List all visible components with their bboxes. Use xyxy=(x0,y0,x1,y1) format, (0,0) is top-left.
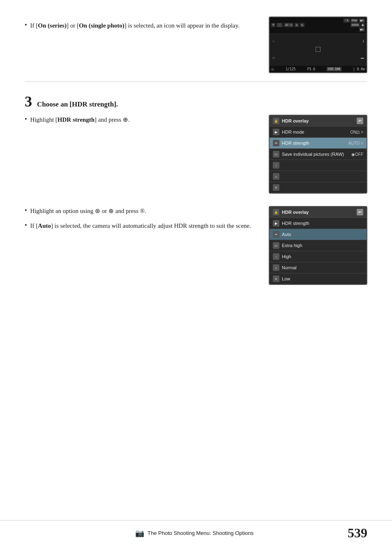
lcd-iso: ISO 100 xyxy=(327,67,341,71)
menu-option-extra-high: ▭ Extra high xyxy=(270,240,367,251)
lcd-bot-icon-left: ◎ xyxy=(271,67,274,71)
menu-panel2-header: 🔒 HDR overlay ↩ xyxy=(270,207,367,218)
menu-low-icon: ≡ xyxy=(273,275,279,282)
menu-strength-icon: ✏ xyxy=(273,140,279,146)
lcd-mid-left-icons: ☆ ▭ xyxy=(272,33,275,66)
lcd-top-right-icons: ⁿA RAW ■A NORW ◼ ■A xyxy=(344,19,365,32)
menu2-mode-icon: ▶ xyxy=(273,220,279,227)
menu-save-icon: ▭ xyxy=(273,151,279,157)
lcd-left-icon-2: ▭ xyxy=(272,56,275,60)
section-content-top: • Highlight [HDR strength] and press ⊕. … xyxy=(25,115,367,194)
bullet-dot-2: • xyxy=(25,207,27,214)
menu2-header-inner: 🔒 HDR overlay xyxy=(273,209,309,215)
step3-bullet2: • Highlight an option using ⊛ or ⊕ and p… xyxy=(25,206,256,216)
lcd-icon-1: ⬛ xyxy=(277,23,283,27)
bullet-dot: • xyxy=(25,22,27,28)
lcd-mid-right-icons: ℹ ▬ xyxy=(361,33,364,66)
bold-on-series: On (series) xyxy=(38,22,67,29)
hdr-strength-header-inner: ▶ HDR strength xyxy=(273,220,309,227)
menu-t3-inner: ≡ xyxy=(273,184,282,191)
footer-center: 📷 The Photo Shooting Menu: Shooting Opti… xyxy=(135,529,254,538)
menu-t2-inner: ⌂ xyxy=(273,173,282,180)
menu-t2-icon: ⌂ xyxy=(273,173,279,180)
page-number: 539 xyxy=(348,525,367,541)
lcd-top-left-icons: P ⬛ AF-S ◎ ⚙ xyxy=(271,23,304,27)
bullet-text: If [On (series)] or [On (single photo)] … xyxy=(30,21,240,30)
top-section: • If [On (series)] or [On (single photo)… xyxy=(25,16,367,82)
section-number: 3 xyxy=(25,94,32,109)
lcd-top-right-row3: ■A xyxy=(359,28,365,32)
menu-row-hdr-strength-inner: ✏ HDR strength xyxy=(273,140,309,146)
footer-camera-icon: 📷 xyxy=(135,529,144,538)
back-icon-2: ↩ xyxy=(357,209,363,215)
lcd-icon-2: AF-S xyxy=(284,23,293,27)
hdr-strength-sub-title: HDR strength xyxy=(282,221,309,226)
menu-row-t3: ≡ xyxy=(270,182,367,193)
menu-option-high: ↑ High xyxy=(270,251,367,262)
menu-panel1-title: HDR overlay xyxy=(282,118,309,123)
lcd-bottom-bar: ◎ 1/125 F5.6 ISO 100 | 0.0m xyxy=(270,66,367,72)
menu-panel1-header: 🔒 HDR overlay ↩ xyxy=(270,116,367,127)
hdr-mode-label: HDR mode xyxy=(282,130,304,134)
menu-option-auto: ✏ Auto xyxy=(270,229,367,240)
menu-t3-icon: ≡ xyxy=(273,184,279,191)
option-low-label: Low xyxy=(282,276,290,281)
menu-panel2-title: HDR overlay xyxy=(282,210,309,215)
step3-bullet2-text: Highlight an option using ⊛ or ⊕ and pre… xyxy=(30,206,146,216)
menu-header-inner: 🔒 HDR overlay xyxy=(273,118,309,124)
menu-high-icon: ↑ xyxy=(273,253,279,260)
lcd-shutter-speed: 1/125 xyxy=(286,67,295,71)
menu-row-hdr-strength-header: ▶ HDR strength xyxy=(270,218,367,229)
bold-on-single: On (single photo) xyxy=(79,22,125,29)
menu-t1-icon: ↑ xyxy=(273,162,279,169)
section-3-lower: • Highlight an option using ⊛ or ⊕ and p… xyxy=(25,206,367,285)
lcd-icon-3: ◎ xyxy=(295,23,299,27)
step3-bullet3: • If [Auto] is selected, the camera will… xyxy=(25,221,256,231)
top-section-text: • If [On (series)] or [On (single photo)… xyxy=(25,16,256,30)
option-normal-inner: ⌂ Normal xyxy=(273,264,296,271)
footer-text: The Photo Shooting Menu: Shooting Option… xyxy=(148,530,254,536)
menu-mode-icon: ▶ xyxy=(273,129,279,135)
camera-lcd-display: P ⬛ AF-S ◎ ⚙ ⁿA RAW ■A NORW ◼ xyxy=(269,16,367,73)
menu-row-save-inner: ▭ Save individual pictures (RAW) xyxy=(273,151,344,157)
hdr-mode-value: ON⊡ > xyxy=(350,130,363,134)
menu-option-low: ≡ Low xyxy=(270,273,367,284)
hdr-strength-value: AUTO > xyxy=(348,141,363,146)
lcd-icon-4: ⚙ xyxy=(300,23,304,27)
lcd-icon-ea: ■A xyxy=(359,28,365,32)
option-low-inner: ≡ Low xyxy=(273,275,290,282)
lcd-aperture: F5.6 xyxy=(307,67,315,71)
step3-bullet3-text: If [Auto] is selected, the camera will a… xyxy=(30,221,251,231)
section-text-top: • Highlight [HDR strength] and press ⊕. xyxy=(25,115,256,125)
menu-row-hdr-strength: ✏ HDR strength AUTO > xyxy=(270,138,367,149)
option-auto-label: Auto xyxy=(282,232,291,237)
menu2-camera-icon: 🔒 xyxy=(273,209,279,215)
menu-row-t1: ↑ xyxy=(270,160,367,171)
save-raw-label: Save individual pictures (RAW) xyxy=(282,152,344,157)
option-high-label: High xyxy=(282,254,291,259)
lcd-top-bar: P ⬛ AF-S ◎ ⚙ ⁿA RAW ■A NORW ◼ xyxy=(270,17,367,33)
section-title: Choose an [HDR strength]. xyxy=(37,100,118,109)
lcd-icon-meaA: ⁿA xyxy=(344,19,349,23)
lcd-top-right-row2: NORW ◼ xyxy=(350,23,365,27)
rotate-icon2: ⊕ xyxy=(108,208,114,214)
lcd-icon-img: ■A xyxy=(359,19,365,23)
menu-row-hdr-mode-inner: ▶ HDR mode xyxy=(273,129,304,135)
rotate-icon1: ⊛ xyxy=(95,208,100,214)
back-icon-1: ↩ xyxy=(357,118,363,124)
menu-row-t2: ⌂ xyxy=(270,171,367,182)
lcd-left-icon-1: ☆ xyxy=(272,39,275,43)
menu-row-hdr-mode: ▶ HDR mode ON⊡ > xyxy=(270,127,367,138)
menu-extrahigh-icon: ▭ xyxy=(273,242,279,249)
lcd-mid-area: ☆ ▭ ℹ ▬ xyxy=(270,33,367,66)
section-header: 3 Choose an [HDR strength]. xyxy=(25,94,367,109)
menu-camera-icon: 🔒 xyxy=(273,118,279,124)
menu-normal-icon: ⌂ xyxy=(273,264,279,271)
ok-icon: ⊕ xyxy=(123,116,128,123)
lcd-icon-raw: RAW xyxy=(350,19,358,23)
lcd-icon-norw: NORW xyxy=(350,23,360,27)
hdr-strength-label: HDR strength xyxy=(282,141,309,146)
menu-panel-2: 🔒 HDR overlay ↩ ▶ HDR strength ✏ Auto xyxy=(269,206,367,285)
lcd-center-square xyxy=(316,47,321,52)
save-raw-value: ◉OFF xyxy=(351,152,363,157)
